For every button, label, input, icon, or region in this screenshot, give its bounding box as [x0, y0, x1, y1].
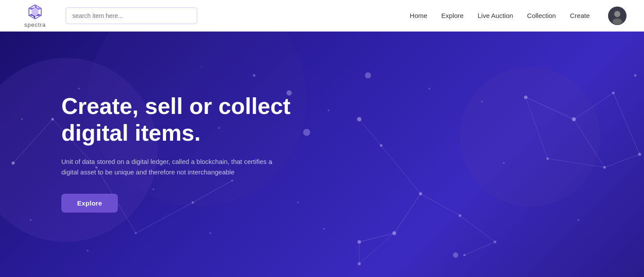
svg-point-53	[612, 92, 615, 94]
svg-point-45	[380, 144, 382, 147]
svg-point-75	[87, 250, 88, 252]
nav-collection[interactable]: Collection	[527, 12, 556, 19]
svg-line-26	[526, 97, 574, 119]
svg-point-74	[30, 219, 32, 221]
svg-point-46	[393, 231, 396, 235]
svg-point-16	[612, 18, 622, 25]
svg-line-29	[574, 119, 605, 167]
svg-line-27	[574, 93, 613, 119]
svg-line-31	[526, 97, 548, 159]
svg-point-47	[419, 192, 422, 195]
svg-point-56	[546, 157, 549, 160]
svg-point-15	[614, 11, 620, 17]
svg-point-63	[453, 252, 458, 258]
hero-subtitle: Unit of data stored on a digital ledger,…	[61, 156, 280, 178]
svg-point-51	[524, 96, 527, 99]
nav-home[interactable]: Home	[410, 12, 427, 19]
svg-point-81	[209, 232, 211, 234]
svg-point-55	[603, 166, 606, 169]
search-input[interactable]	[66, 7, 197, 24]
svg-point-52	[572, 117, 576, 121]
logo-icon	[26, 3, 44, 21]
svg-line-17	[13, 119, 53, 163]
svg-point-60	[253, 74, 255, 77]
svg-point-39	[51, 118, 54, 121]
nav-explore[interactable]: Explore	[441, 12, 464, 19]
svg-line-24	[460, 216, 495, 242]
navbar: spectra Home Explore Live Auction Collec…	[0, 0, 644, 32]
svg-point-79	[428, 88, 430, 89]
svg-point-41	[135, 232, 137, 234]
svg-point-73	[21, 118, 23, 120]
svg-line-23	[421, 194, 460, 216]
svg-point-38	[12, 162, 15, 165]
svg-point-80	[577, 219, 579, 221]
svg-point-44	[357, 117, 361, 121]
nav-links: Home Explore Live Auction Collection Cre…	[410, 7, 626, 25]
svg-line-22	[394, 194, 421, 233]
svg-point-48	[459, 214, 461, 217]
nav-live-auction[interactable]: Live Auction	[478, 12, 513, 19]
svg-point-64	[78, 88, 80, 89]
hero-content: Create, sell or collect digital items. U…	[61, 93, 333, 213]
svg-point-72	[634, 74, 637, 77]
explore-button[interactable]: Explore	[61, 194, 118, 213]
svg-line-32	[548, 159, 605, 167]
svg-point-78	[323, 228, 325, 230]
svg-point-49	[494, 241, 496, 243]
svg-point-58	[358, 263, 361, 266]
svg-line-25	[464, 242, 495, 255]
hero-section: Create, sell or collect digital items. U…	[0, 32, 644, 277]
svg-point-54	[638, 153, 641, 156]
svg-point-62	[365, 72, 371, 78]
svg-line-30	[605, 154, 640, 167]
nav-create[interactable]: Create	[570, 12, 590, 19]
svg-point-70	[481, 101, 483, 103]
hero-title: Create, sell or collect digital items.	[61, 93, 333, 147]
svg-point-57	[357, 240, 361, 244]
svg-point-71	[503, 162, 505, 164]
logo-text: spectra	[24, 21, 46, 28]
logo[interactable]: spectra	[18, 3, 53, 28]
svg-point-50	[464, 254, 466, 256]
svg-line-34	[381, 146, 421, 194]
svg-line-33	[359, 119, 381, 146]
svg-line-28	[613, 93, 640, 154]
svg-point-67	[201, 66, 202, 67]
avatar[interactable]	[608, 7, 626, 25]
